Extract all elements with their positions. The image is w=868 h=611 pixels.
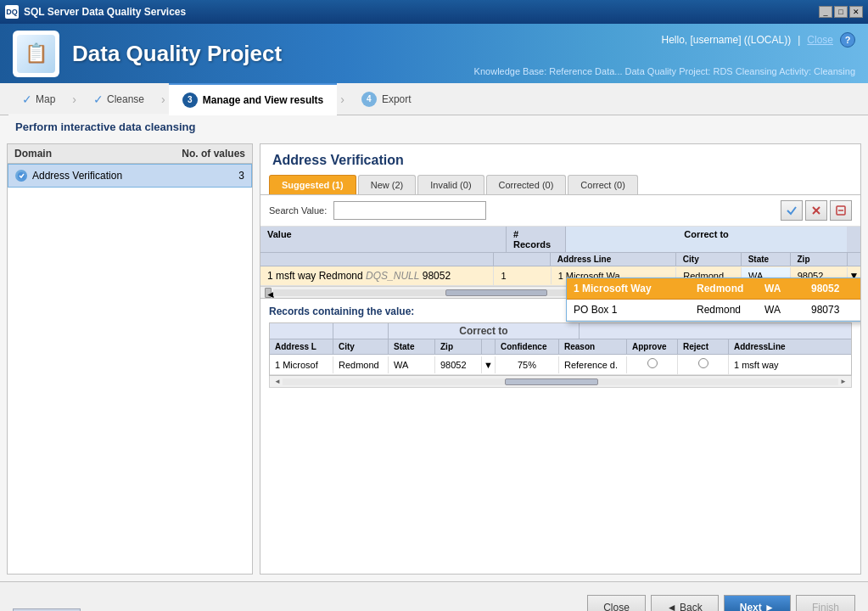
left-panel-header: Domain No. of values	[8, 144, 252, 164]
title-bar: DQ SQL Server Data Quality Services _ □ …	[0, 0, 868, 24]
sug1-state: WA	[764, 283, 811, 294]
rec-state-cell: WA	[389, 356, 435, 373]
app-title: Data Quality Project	[72, 41, 282, 67]
approve-all-button[interactable]	[781, 200, 803, 221]
page-title: Perform interactive data cleansing	[8, 114, 202, 133]
scroll-left-btn[interactable]: ◄	[265, 288, 272, 298]
left-panel: Domain No. of values Address Verificatio…	[7, 143, 253, 575]
tab-bar: Suggested (1) New (2) Invalid (0) Correc…	[260, 175, 860, 195]
scroll-spacer	[847, 227, 860, 252]
next-button[interactable]: Next ►	[724, 595, 791, 612]
rec-confidence-header: Confidence	[496, 339, 559, 354]
records-hscrollbar[interactable]: ◄ ►	[269, 376, 852, 388]
value-header: Value	[260, 227, 507, 252]
approve-radio[interactable]	[647, 358, 658, 368]
search-label: Search Value:	[269, 205, 327, 216]
wizard-step-export-num: 4	[361, 92, 377, 107]
wizard-step-manage[interactable]: 3 Manage and View results	[169, 83, 338, 115]
toolbar-buttons	[781, 200, 852, 221]
wizard-step-export-label: Export	[382, 93, 412, 105]
wizard-step-export[interactable]: 4 Export	[348, 83, 425, 115]
grid-header-row1: Value # Records Correct to	[260, 227, 860, 253]
wizard-step-map-label: Map	[36, 93, 55, 105]
window-title: SQL Server Data Quality Services	[24, 6, 186, 18]
records-section: Records containing the value: Correct to…	[260, 299, 860, 574]
close-button[interactable]: Close	[587, 595, 646, 612]
rec-approve-cell[interactable]	[627, 355, 678, 374]
rec-zip-header: Zip	[435, 339, 482, 354]
sug1-city: Redmond	[697, 283, 764, 294]
help-icon[interactable]: ?	[840, 32, 855, 48]
records-correct-to-header: Correct to	[270, 323, 851, 339]
records-grid: Correct to Address L City State Zip Conf…	[269, 322, 852, 376]
app-logo: 📋	[13, 31, 59, 77]
domain-row-address[interactable]: Address Verification 3	[8, 164, 252, 188]
close-button[interactable]: ✕	[849, 6, 863, 18]
state-subheader: State	[742, 253, 791, 266]
scroll-track	[283, 378, 838, 385]
finish-button[interactable]: Finish	[796, 595, 855, 612]
footer: Profiler ▲ Close ◄ Back Next ► Finish	[0, 581, 868, 611]
scroll-right-icon[interactable]: ►	[840, 378, 847, 385]
maximize-button[interactable]: □	[834, 6, 848, 18]
suggestion-row-1[interactable]: 1 Microsoft Way Redmond WA 98052	[567, 278, 861, 300]
domain-col-header: Domain	[14, 148, 169, 160]
hello-text: Hello, [username] ((LOCAL))	[661, 34, 791, 46]
rec-reason-cell: Reference d.	[559, 356, 627, 373]
sug2-state: WA	[764, 304, 811, 316]
right-panel-title: Address Verification	[260, 144, 860, 175]
app-icon: DQ	[5, 5, 19, 19]
domain-icon	[15, 170, 27, 182]
values-col-header: No. of values	[169, 148, 245, 160]
records-data-row: 1 Microsof Redmond WA 98052 ▼ 75% Refere…	[270, 355, 851, 375]
rec-approve-header: Approve	[627, 339, 678, 354]
wizard-step-map[interactable]: ✓ Map	[8, 83, 69, 115]
tab-invalid[interactable]: Invalid (0)	[417, 175, 484, 194]
search-input[interactable]	[333, 201, 486, 220]
tab-new[interactable]: New (2)	[358, 175, 417, 194]
sign-out-link[interactable]: Close	[807, 34, 833, 46]
sug1-zip: 98052	[811, 283, 861, 294]
tab-corrected[interactable]: Corrected (0)	[486, 175, 567, 194]
sug2-city: Redmond	[697, 304, 764, 316]
rec-zip-cell: 98052	[435, 356, 482, 373]
back-button[interactable]: ◄ Back	[651, 595, 719, 612]
rec-addr-header: Address L	[270, 339, 333, 354]
scroll-thumb[interactable]	[445, 289, 547, 296]
wizard-step-manage-label: Manage and View results	[203, 94, 324, 106]
rec-reject-cell[interactable]	[678, 355, 729, 374]
addr-line-subheader: Address Line	[551, 253, 676, 266]
logo-icon: 📋	[17, 35, 55, 73]
clear-button[interactable]	[830, 200, 852, 221]
reject-all-button[interactable]	[805, 200, 827, 221]
rec-zip-dropdown[interactable]: ▼	[482, 356, 496, 373]
rec-confidence-cell: 75%	[496, 356, 559, 373]
tab-suggested[interactable]: Suggested (1)	[269, 175, 356, 194]
wizard-step-cleanse-label: Cleanse	[107, 93, 144, 105]
header-info: Hello, [username] ((LOCAL)) | Close ?	[661, 32, 855, 48]
scroll-thumb[interactable]	[505, 378, 598, 385]
city-subheader: City	[676, 253, 742, 266]
correct-to-span: Correct to	[389, 323, 580, 339]
right-panel: Address Verification Suggested (1) New (…	[260, 143, 861, 575]
suggestion-row-2[interactable]: PO Box 1 Redmond WA 98073	[567, 300, 861, 321]
separator: |	[798, 34, 800, 46]
rec-reject-header: Reject	[678, 339, 729, 354]
rec-addrline-cell: 1 msft way	[729, 356, 851, 373]
grid-header-row2: Address Line City State Zip	[260, 253, 860, 266]
records-cell: 1	[494, 267, 551, 284]
reject-radio[interactable]	[698, 358, 708, 368]
minimize-button[interactable]: _	[819, 6, 832, 18]
app-header: 📋 Data Quality Project Hello, [username]…	[0, 24, 868, 83]
wizard-step-manage-num: 3	[182, 92, 198, 108]
top-grid-container: Value # Records Correct to Address Line …	[260, 227, 860, 299]
suggestion-dropdown: 1 Microsoft Way Redmond WA 98052 PO Box …	[566, 277, 861, 322]
scroll-left-icon[interactable]: ◄	[274, 378, 281, 385]
domain-name: Address Verification	[32, 170, 168, 182]
value-cell: 1 msft way Redmond DQS_NULL 98052	[260, 266, 494, 285]
sug2-address: PO Box 1	[574, 304, 697, 316]
rec-city-header: City	[333, 339, 389, 354]
tab-correct[interactable]: Correct (0)	[568, 175, 638, 194]
wizard-step-cleanse[interactable]: ✓ Cleanse	[80, 83, 158, 115]
sug2-zip: 98073	[811, 304, 861, 316]
